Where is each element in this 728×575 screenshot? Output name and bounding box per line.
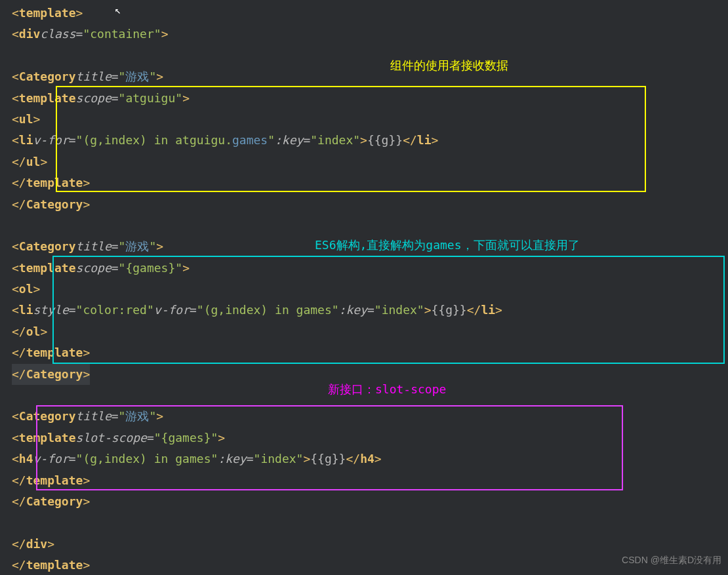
code-line: </template> — [12, 470, 728, 491]
code-line: </Category> — [12, 491, 728, 512]
cursor-icon: ↖ — [115, 1, 125, 13]
code-line: </template> — [12, 555, 728, 575]
annotation-top: 组件的使用者接收数据 — [390, 55, 508, 76]
code-line: </ul> — [12, 151, 728, 172]
code-line: </Category> — [12, 194, 728, 215]
code-line: </div> — [12, 534, 728, 555]
code-line: </template> — [12, 342, 728, 363]
watermark: CSDN @维生素D没有用 — [622, 552, 721, 568]
code-editor[interactable]: ↖ <template> <div class="container"> <Ca… — [0, 0, 728, 575]
code-line: <h4 v-for="(g,index) in games" :key="ind… — [12, 448, 728, 469]
code-line — [12, 215, 728, 236]
code-line: <div class="container"> — [12, 24, 728, 45]
code-line: <template scope="{games}"> — [12, 258, 728, 279]
annotation-bottom: 新接口：slot-scope — [328, 379, 446, 400]
code-line: <ol> — [12, 279, 728, 300]
code-line: </ol> — [12, 321, 728, 342]
annotation-middle: ES6解构,直接解构为games，下面就可以直接用了 — [315, 235, 580, 256]
code-line — [12, 512, 728, 533]
code-line: <li v-for="(g,index) in atguigu.games" :… — [12, 130, 728, 151]
code-line: <Category title="游戏"> — [12, 406, 728, 427]
code-line: <ul> — [12, 109, 728, 130]
code-line — [12, 45, 728, 66]
code-line: <li style="color:red" v-for="(g,index) i… — [12, 300, 728, 321]
code-line: </template> — [12, 172, 728, 193]
code-line: <Category title="游戏"> — [12, 66, 728, 87]
code-line: <template scope="atguigu"> — [12, 88, 728, 109]
code-line: <template slot-scope="{games}"> — [12, 427, 728, 448]
